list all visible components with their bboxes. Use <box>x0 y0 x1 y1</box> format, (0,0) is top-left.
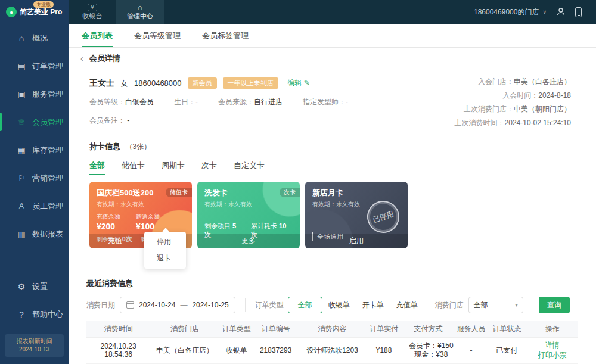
cards-section-title: 持卡信息 <box>89 142 120 151</box>
table-header-row: 消费时间 消费门店 订单类型 订单编号 消费内容 订单实付 支付方式 服务人员 … <box>86 321 578 337</box>
recharge-button[interactable]: 充值 <box>89 234 141 248</box>
tab-member-levels[interactable]: 会员等级管理 <box>134 24 181 47</box>
sidebar-item-label: 帮助中心 <box>32 309 63 320</box>
print-receipt-link[interactable]: 打印小票 <box>538 351 567 359</box>
app-title: 简艺美业 Pro <box>20 7 62 17</box>
more-button[interactable]: 更多 <box>197 234 300 248</box>
order-type-cashier[interactable]: 收银单 <box>322 297 356 313</box>
overview-icon: ⌂ <box>17 33 26 43</box>
member-badge-new: 新会员 <box>188 77 217 89</box>
sidebar-item-label: 会员管理 <box>32 117 63 127</box>
sidebar-item-reports[interactable]: ▥ 数据报表 <box>0 220 69 248</box>
order-type-recharge[interactable]: 充值单 <box>390 297 424 313</box>
consumption-table: 消费时间 消费门店 订单类型 订单编号 消费内容 订单实付 支付方式 服务人员 … <box>86 321 578 364</box>
sidebar-item-members[interactable]: ♕ 会员管理 <box>0 108 69 136</box>
col-status: 订单状态 <box>487 321 526 337</box>
date-range-picker[interactable]: 2024-10-24 — 2024-10-25 <box>120 297 235 313</box>
last-time: 2024-10-02 15:24:10 <box>505 119 571 127</box>
marketing-icon: ⚐ <box>17 173 26 183</box>
refresh-label: 报表刷新时间 <box>7 337 61 346</box>
sidebar-item-label: 订单管理 <box>32 61 63 71</box>
orders-icon: ▤ <box>17 61 26 71</box>
remark-value: - <box>127 116 129 125</box>
sidebar-item-orders[interactable]: ▤ 订单管理 <box>0 52 69 80</box>
order-type-open-card[interactable]: 开卡单 <box>356 297 390 313</box>
calendar-icon <box>126 301 134 309</box>
card-more-dropdown: 停用 退卡 <box>144 232 186 269</box>
back-arrow-icon[interactable]: ‹ <box>80 54 83 63</box>
divider <box>245 298 246 312</box>
consumption-section: 最近消费信息 消费日期 2024-10-24 — 2024-10-25 订单类型… <box>69 270 596 364</box>
cell-actions: 详情 打印小票 <box>526 337 578 363</box>
refresh-date: 2024-10-13 <box>7 346 61 354</box>
order-type-all[interactable]: 全部 <box>288 297 322 313</box>
topbar-right: 18600469000的门店 ∨ <box>474 0 596 24</box>
card-validity: 有效期：永久有效 <box>204 200 293 209</box>
enable-button[interactable]: 启用 <box>305 234 408 248</box>
date-filter-label: 消费日期 <box>86 300 115 310</box>
nav-management-center[interactable]: ⌂ 管理中心 <box>116 0 164 24</box>
cell-staff: - <box>455 337 488 363</box>
search-button[interactable]: 查询 <box>539 297 570 313</box>
member-name: 王女士 <box>89 78 114 89</box>
card-tab-period[interactable]: 周期卡 <box>162 160 185 175</box>
sidebar-item-services[interactable]: ▣ 服务管理 <box>0 80 69 108</box>
card-monthly: 新店月卡 有效期：永久有效 已停用 全场通用 启用 <box>305 182 408 248</box>
field-label: 生日： <box>174 98 195 106</box>
store-selector[interactable]: 18600469000的门店 ∨ <box>474 7 547 17</box>
detail-link[interactable]: 详情 <box>545 341 560 349</box>
user-icon[interactable] <box>556 7 566 17</box>
sidebar-item-overview[interactable]: ⌂ 概况 <box>0 24 69 52</box>
sidebar-item-label: 设置 <box>32 281 48 292</box>
home-icon: ⌂ <box>138 4 142 11</box>
help-icon: ? <box>17 310 26 319</box>
card-tab-custom[interactable]: 自定义卡 <box>234 160 265 175</box>
mobile-icon[interactable] <box>575 7 582 17</box>
col-paid: 订单实付 <box>367 321 401 337</box>
chevron-down-icon: ∨ <box>542 9 547 15</box>
tab-member-labels[interactable]: 会员标签管理 <box>202 24 249 47</box>
sidebar-item-inventory[interactable]: ▦ 库存管理 <box>0 136 69 164</box>
cell-paid: ¥188 <box>367 337 401 363</box>
gift-balance: ¥100 <box>136 222 160 231</box>
nav-cashier-label: 收银台 <box>83 12 103 21</box>
card-tab-all[interactable]: 全部 <box>89 160 105 175</box>
cell-status: 已支付 <box>487 337 526 363</box>
store-select[interactable]: 全部 ▾ <box>468 297 523 313</box>
card-tab-stored-value[interactable]: 储值卡 <box>122 160 145 175</box>
sidebar-item-label: 营销管理 <box>32 173 63 183</box>
member-level: 白银会员 <box>125 98 154 106</box>
col-actions: 操作 <box>526 321 578 337</box>
edit-member-button[interactable]: 编辑 ✎ <box>288 78 310 88</box>
card-type-tabs: 全部 储值卡 周期卡 次卡 自定义卡 <box>89 160 575 175</box>
sidebar-item-staff[interactable]: ♙ 员工管理 <box>0 192 69 220</box>
field-label: 入会时间： <box>502 91 538 99</box>
menu-item-refund-card[interactable]: 退卡 <box>144 250 186 266</box>
sidebar-spacer <box>0 248 69 272</box>
field-label: 指定发型师： <box>303 98 346 106</box>
card-tab-times[interactable]: 次卡 <box>201 160 217 175</box>
sidebar-item-help[interactable]: ? 帮助中心 <box>0 300 69 328</box>
store-select-value: 全部 <box>474 300 488 310</box>
member-info-section: 王女士 女 18600468000 新会员 一年以上未到店 编辑 ✎ 会员等级：… <box>69 69 596 132</box>
date-separator: — <box>180 301 187 309</box>
col-store: 消费门店 <box>150 321 219 337</box>
cell-order-no: 21837293 <box>254 337 298 363</box>
tab-member-list[interactable]: 会员列表 <box>82 24 113 47</box>
breadcrumb: ‹ 会员详情 <box>69 48 596 69</box>
reports-icon: ▥ <box>17 229 26 239</box>
payment-member-card: 会员卡：¥150 <box>407 341 455 350</box>
card-times: 洗发卡 次卡 有效期：永久有效 剩余项目 5次 累计耗卡 10次 指定范围 更多 <box>197 182 300 248</box>
sidebar-item-marketing[interactable]: ⚐ 营销管理 <box>0 164 69 192</box>
date-from: 2024-10-24 <box>139 301 175 309</box>
menu-item-disable[interactable]: 停用 <box>144 234 186 250</box>
store-selector-label: 18600469000的门店 <box>474 7 539 17</box>
last-store: 申美（朝阳门店） <box>514 105 571 113</box>
sidebar-item-settings[interactable]: ⚙ 设置 <box>0 272 69 300</box>
app-logo-icon: ● <box>6 7 17 17</box>
sidebar-item-label: 数据报表 <box>32 229 63 239</box>
nav-cashier[interactable]: ¥ 收银台 <box>69 0 116 24</box>
consumption-title: 最近消费信息 <box>86 278 578 289</box>
field-label: 入会门店： <box>478 77 514 86</box>
top-nav: ¥ 收银台 ⌂ 管理中心 <box>69 0 164 24</box>
